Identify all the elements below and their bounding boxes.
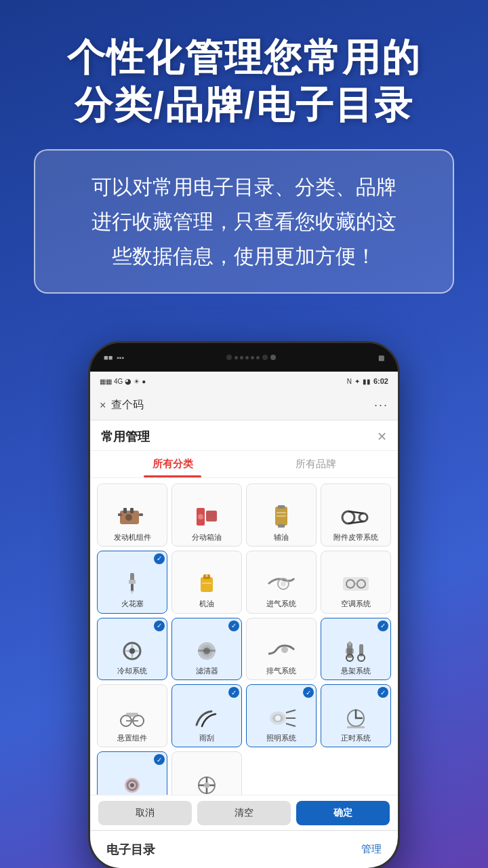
app-title: 查个码: [111, 398, 144, 412]
svg-rect-11: [278, 524, 285, 528]
status-left: ▦▦ 4G ◕ ☀ ●: [100, 377, 146, 386]
svg-rect-10: [278, 505, 285, 509]
app-header: × 查个码 ···: [90, 391, 398, 420]
check-badge-spark: ✓: [154, 553, 165, 564]
time: 6:02: [373, 377, 388, 385]
cooling-label: 冷却系统: [117, 666, 147, 675]
phone-wrapper: ■■ ▪▪▪ ▩ ▦▦ 4G ◕ ☀ ●: [0, 341, 488, 868]
check-badge-brake: ✓: [154, 754, 165, 765]
wipers-label: 雨刮: [199, 733, 214, 743]
grid-item-suspension[interactable]: ✓ 悬架系统: [321, 618, 391, 681]
signal-icon: ▦▦: [100, 378, 112, 385]
svg-rect-24: [202, 583, 211, 584]
bottom-navigation-bar: 电子目录 管理: [90, 830, 398, 868]
confirm-button[interactable]: 确定: [296, 801, 390, 825]
phone-mockup: ■■ ▪▪▪ ▩ ▦▦ 4G ◕ ☀ ●: [88, 341, 400, 868]
svg-rect-7: [206, 511, 217, 521]
bottom-catalog-label: 电子目录: [106, 842, 155, 858]
svg-rect-2: [139, 513, 143, 516]
tab-all-categories[interactable]: 所有分类: [101, 451, 244, 477]
subtitle-text: 可以对常用电子目录、分类、品牌 进行收藏管理，只查看您收藏的这 些数据信息，使用…: [56, 170, 432, 273]
grid-item-spark[interactable]: ✓ 火花塞: [97, 551, 167, 614]
check-badge-wipers: ✓: [228, 687, 239, 698]
wifi-icon: ◕: [125, 377, 131, 386]
svg-rect-4: [130, 508, 134, 513]
notch-right: ▩: [378, 354, 384, 361]
check-badge-filter: ✓: [228, 620, 239, 631]
grid-item-wipers[interactable]: ✓ 雨刮: [171, 684, 242, 747]
svg-rect-1: [118, 513, 122, 516]
bluetooth-icon: ✦: [354, 378, 360, 385]
phone-notch: ■■ ▪▪▪ ▩: [90, 343, 398, 372]
svg-point-50: [275, 715, 281, 721]
belt-label: 附件皮带系统: [333, 532, 378, 542]
svg-rect-19: [129, 580, 136, 584]
main-title: 个性化管理您常用的分类/品牌/电子目录: [27, 34, 461, 129]
subtitle-box: 可以对常用电子目录、分类、品牌 进行收藏管理，只查看您收藏的这 些数据信息，使用…: [34, 149, 454, 294]
modal-close-icon[interactable]: ✕: [377, 429, 387, 444]
svg-rect-3: [123, 508, 127, 513]
ac-label: 空调系统: [341, 599, 371, 608]
grid-item-chassis[interactable]: 悬置组件: [97, 684, 167, 747]
aux-label: 辅油: [274, 532, 289, 542]
grid-item-exhaust[interactable]: 排气系统: [246, 618, 317, 681]
grid-item-filter[interactable]: ✓ 滤清器: [171, 618, 242, 681]
modal-header: 常用管理 ✕: [90, 420, 398, 451]
svg-point-14: [342, 511, 354, 524]
tab-all-brands[interactable]: 所有品牌: [244, 451, 387, 477]
parts-grid: 发动机组件 分动箱油: [90, 478, 398, 820]
svg-rect-52: [347, 726, 365, 728]
svg-rect-40: [346, 648, 354, 654]
grid-item-gearbox[interactable]: 分动箱油: [171, 484, 242, 547]
svg-line-17: [348, 521, 363, 524]
svg-point-23: [205, 574, 208, 577]
svg-rect-46: [126, 713, 138, 717]
more-menu-icon[interactable]: ···: [374, 398, 388, 412]
action-bar: 取消 清空 确定: [90, 795, 398, 830]
svg-point-37: [281, 646, 288, 653]
grid-item-timing[interactable]: ✓ 正时系统: [321, 684, 391, 747]
tabs-row: 所有分类 所有品牌: [90, 451, 398, 478]
svg-point-8: [198, 514, 203, 519]
svg-point-55: [130, 783, 134, 787]
check-badge-lighting: ✓: [303, 687, 314, 698]
svg-point-57: [204, 783, 209, 788]
grid-item-oil[interactable]: 机油: [171, 551, 242, 614]
svg-rect-36: [198, 650, 216, 652]
top-section: 个性化管理您常用的分类/品牌/电子目录 可以对常用电子目录、分类、品牌 进行收藏…: [0, 0, 488, 334]
back-close-icon[interactable]: ×: [100, 399, 106, 412]
notch-left: ■■ ▪▪▪: [104, 353, 124, 361]
suspension-label: 悬架系统: [341, 666, 371, 675]
gearbox-label: 分动箱油: [192, 532, 222, 542]
check-badge-cooling: ✓: [154, 620, 165, 631]
oil-label: 机油: [199, 599, 214, 608]
network-type: 4G: [114, 378, 123, 385]
grid-item-aux[interactable]: 辅油: [246, 484, 317, 547]
grid-item-belt[interactable]: 附件皮带系统: [321, 484, 391, 547]
status-right: N ✦ ▮▮ 6:02: [347, 377, 388, 385]
svg-rect-21: [201, 577, 213, 592]
status-bar: ▦▦ 4G ◕ ☀ ● N ✦ ▮▮ 6:02: [90, 372, 398, 391]
svg-point-32: [129, 648, 135, 654]
modal-title: 常用管理: [101, 429, 150, 445]
grid-item-ac[interactable]: 空调系统: [321, 551, 391, 614]
bottom-manage-button[interactable]: 管理: [361, 843, 382, 856]
svg-rect-39: [348, 642, 351, 646]
grid-item-cooling[interactable]: ✓ 冷却系统: [97, 618, 167, 681]
exhaust-label: 排气系统: [266, 666, 296, 675]
svg-point-15: [359, 513, 367, 521]
filter-label: 滤清器: [196, 666, 218, 675]
cancel-button[interactable]: 取消: [98, 801, 192, 825]
svg-line-16: [348, 511, 363, 513]
svg-point-5: [125, 514, 132, 521]
check-badge-timing: ✓: [378, 687, 388, 698]
content-area: 常用管理 ✕ 所有分类 所有品牌: [90, 420, 398, 830]
grid-item-lighting[interactable]: ✓ 照明系统: [246, 684, 317, 747]
battery-icon: ▮▮: [363, 378, 371, 385]
grid-item-intake[interactable]: 进气系统: [246, 551, 317, 614]
intake-label: 进气系统: [266, 599, 296, 608]
grid-item-engine[interactable]: 发动机组件: [97, 484, 167, 547]
svg-rect-13: [277, 515, 286, 517]
engine-label: 发动机组件: [114, 532, 151, 542]
clear-button[interactable]: 清空: [197, 801, 291, 825]
